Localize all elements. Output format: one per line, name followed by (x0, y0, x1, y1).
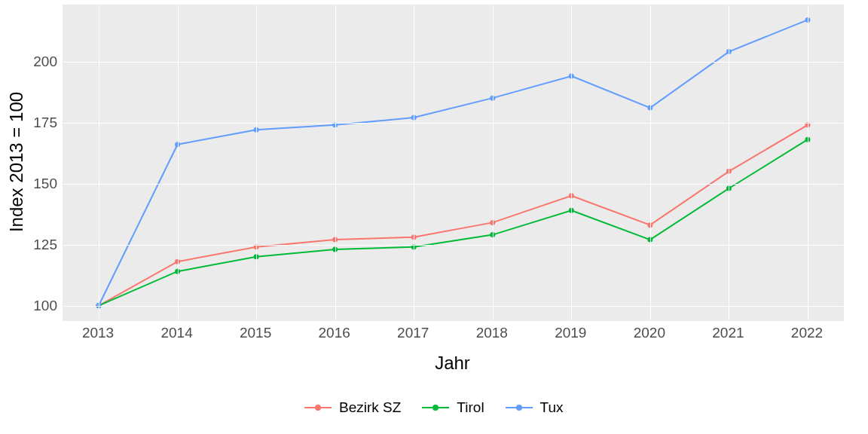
gridline-v (650, 5, 651, 320)
gridline-v (571, 5, 572, 320)
legend-point-icon (315, 405, 321, 411)
legend-label: Bezirk SZ (339, 399, 401, 416)
y-axis-label: Index 2013 = 100 (6, 92, 27, 232)
gridline-v (335, 5, 336, 320)
x-tick-label: 2013 (82, 326, 114, 340)
x-tick-label: 2017 (397, 326, 429, 340)
x-tick-label: 2014 (160, 326, 192, 340)
x-tick-label: 2018 (476, 326, 508, 340)
gridline-h (63, 184, 843, 185)
series-svg (63, 5, 843, 320)
x-tick-label: 2019 (555, 326, 586, 340)
legend-label: Tirol (457, 399, 484, 416)
y-tick-label: 150 (33, 176, 57, 190)
x-tick-label: 2016 (319, 326, 350, 340)
x-tick-label: 2021 (712, 326, 744, 340)
legend-key (506, 401, 533, 414)
legend-point-icon (432, 405, 439, 411)
line-chart: 2013201420152016201720182019202020212022… (0, 0, 868, 434)
gridline-h (63, 123, 843, 124)
legend-point-icon (516, 405, 522, 411)
legend-key (304, 401, 332, 414)
gridline-h (63, 306, 843, 307)
y-tick-label: 125 (33, 237, 57, 251)
legend-item: Tirol (422, 399, 484, 416)
y-tick-label: 175 (33, 115, 57, 129)
gridline-h (63, 245, 843, 246)
legend-item: Tux (506, 399, 564, 416)
gridline-v (729, 5, 729, 320)
x-tick-label: 2022 (791, 326, 823, 340)
legend: Bezirk SZTirolTux (304, 399, 564, 416)
y-tick-label: 100 (33, 298, 57, 312)
gridline-v (808, 5, 808, 320)
plot-panel (63, 5, 844, 321)
gridline-v (178, 5, 179, 320)
legend-label: Tux (540, 399, 564, 416)
gridline-v (99, 5, 99, 320)
gridline-h (63, 62, 843, 63)
gridline-v (414, 5, 414, 320)
legend-item: Bezirk SZ (304, 399, 401, 416)
series-line (99, 20, 808, 305)
series-line (99, 125, 808, 306)
series-line (99, 139, 808, 305)
gridline-v (493, 5, 494, 320)
y-tick-label: 200 (33, 53, 57, 68)
x-tick-label: 2020 (634, 326, 665, 340)
x-axis-label: Jahr (435, 353, 470, 374)
gridline-v (256, 5, 257, 320)
legend-key (422, 401, 449, 414)
x-tick-label: 2015 (240, 326, 271, 340)
